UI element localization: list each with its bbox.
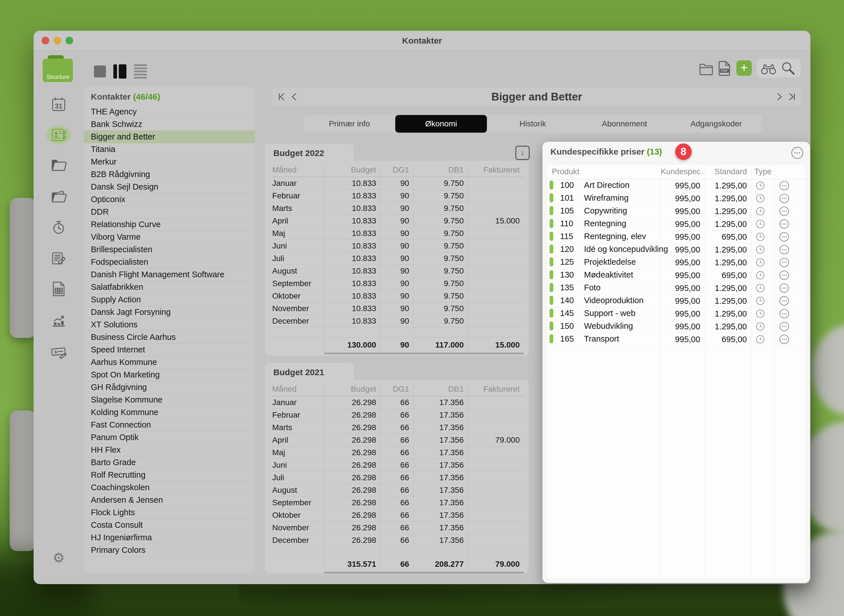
price-row[interactable]: 110Rentegning995,001.295,00 <box>547 218 806 230</box>
list-item[interactable]: Costa Consult <box>84 519 255 531</box>
tab-adgangskoder[interactable]: Adgangskoder <box>670 115 762 133</box>
price-row[interactable]: 105Copywriting995,001.295,00 <box>547 205 806 218</box>
row-menu-button[interactable] <box>778 206 790 215</box>
search-button[interactable] <box>781 61 795 75</box>
price-row[interactable]: 115Rentegning, elev995,00695,00 <box>547 230 806 243</box>
panel-menu-button[interactable] <box>790 146 804 160</box>
list-item[interactable]: Bank Schwizz <box>84 118 255 131</box>
list-item[interactable]: Danish Flight Management Software <box>84 268 255 281</box>
list-item[interactable]: Dansk Jagt Forsyning <box>84 306 255 318</box>
minimize-button[interactable] <box>54 37 61 44</box>
view-toggle-list-icon[interactable] <box>134 65 147 79</box>
row-menu-button[interactable] <box>778 219 790 228</box>
list-item[interactable]: Panum Optik <box>84 431 255 444</box>
price-row[interactable]: 135Foto995,001.295,00 <box>547 282 806 295</box>
list-item[interactable]: Dansk Sejl Design <box>84 181 255 193</box>
sidebar-item-invoicing[interactable]: $ <box>50 343 67 360</box>
settings-button[interactable]: ⚙ <box>50 549 67 566</box>
price-row[interactable]: 150Webudvikling995,001.295,00 <box>547 320 806 333</box>
download-button[interactable]: ↓ <box>515 146 530 160</box>
list-item[interactable]: Fodspecialisten <box>84 256 255 268</box>
close-button[interactable] <box>41 37 49 44</box>
price-row[interactable]: 130Mødeaktivitet995,00695,00 <box>547 269 806 282</box>
previous-record-button[interactable] <box>290 92 299 101</box>
first-record-button[interactable] <box>277 92 286 101</box>
list-item[interactable]: Spot On Marketing <box>84 369 255 381</box>
list-item[interactable]: Coachingskolen <box>84 481 255 494</box>
list-item[interactable]: Opticonix <box>84 193 255 206</box>
first-record-icon <box>277 92 286 101</box>
price-row[interactable]: 140Videoproduktion995,001.295,00 <box>547 295 806 307</box>
row-menu-button[interactable] <box>778 309 790 318</box>
row-menu-button[interactable] <box>778 334 790 343</box>
list-item[interactable]: DDR <box>84 206 255 219</box>
zoom-button[interactable] <box>66 37 73 44</box>
export-pdf-button[interactable]: PDF <box>718 60 731 76</box>
price-row[interactable]: 165Transport995,00695,00 <box>547 333 806 346</box>
kundespec-price: 995,00 <box>661 320 705 333</box>
list-item[interactable]: XT Solutions <box>84 318 255 331</box>
list-item[interactable]: Bigger and Better <box>84 131 255 143</box>
row-menu-button[interactable] <box>778 193 790 202</box>
price-row[interactable]: 101Wireframing995,001.295,00 <box>547 192 806 205</box>
price-row[interactable]: 145Support - web995,001.295,00 <box>547 307 806 320</box>
list-item[interactable]: Titania <box>84 143 255 156</box>
view-toggle-card-icon[interactable] <box>94 66 106 78</box>
sidebar-item-spreadsheets[interactable] <box>50 280 67 298</box>
last-record-button[interactable] <box>788 92 797 101</box>
row-menu-button[interactable] <box>778 232 790 241</box>
tab-økonomi[interactable]: Økonomi <box>395 115 487 133</box>
contact-card-icon <box>50 126 67 144</box>
list-item[interactable]: Fast Connection <box>84 419 255 431</box>
list-item[interactable]: Speed Internet <box>84 343 255 356</box>
view-toggle-split-icon[interactable] <box>113 65 126 79</box>
list-item[interactable]: Aarhus Kommune <box>84 356 255 369</box>
add-button[interactable]: + <box>736 60 752 76</box>
product-name: Wireframing <box>584 193 628 202</box>
list-item[interactable]: Merkur <box>84 156 255 168</box>
row-menu-button[interactable] <box>778 245 790 254</box>
sidebar-item-time[interactable] <box>50 219 67 236</box>
list-item[interactable]: Primary Colors <box>84 544 255 556</box>
list-item[interactable]: Business Circle Aarhus <box>84 331 255 343</box>
sidebar-item-notes[interactable] <box>50 250 67 267</box>
price-row[interactable]: 120Idé og koncepudvikling995,001.295,00 <box>547 243 806 256</box>
list-item[interactable]: B2B Rådgivning <box>84 168 255 181</box>
list-item[interactable]: HH Flex <box>84 444 255 456</box>
window-floor-shadow <box>239 581 695 612</box>
sidebar-item-contacts[interactable] <box>50 126 67 144</box>
sidebar-item-documents[interactable] <box>50 188 67 205</box>
list-item[interactable]: Supply Action <box>84 293 255 306</box>
price-row[interactable]: 100Art Direction995,001.295,00 <box>547 179 806 192</box>
sidebar-item-statistics[interactable] <box>50 311 67 329</box>
sidebar-item-calendar[interactable]: 31 <box>50 96 67 113</box>
row-menu-button[interactable] <box>778 257 790 267</box>
list-item[interactable]: Kolding Kommune <box>84 406 255 419</box>
list-item[interactable]: Andersen & Jensen <box>84 494 255 506</box>
row-menu-button[interactable] <box>778 296 790 305</box>
list-item[interactable]: Salatfabrikken <box>84 281 255 293</box>
list-item[interactable]: Barto Grade <box>84 456 255 469</box>
list-item[interactable]: Flock Lights <box>84 506 255 519</box>
tab-primær-info[interactable]: Primær info <box>304 115 395 133</box>
row-menu-button[interactable] <box>778 180 790 189</box>
list-item[interactable]: Slagelse Kommune <box>84 394 255 406</box>
row-menu-button[interactable] <box>778 321 790 330</box>
sidebar-item-projects[interactable] <box>50 157 67 174</box>
tab-abonnement[interactable]: Abonnement <box>578 115 670 133</box>
price-row[interactable]: 125Projektledelse995,001.295,00 <box>547 256 806 269</box>
list-item[interactable]: Viborg Varme <box>84 231 255 243</box>
list-item[interactable]: Rolf Recrutting <box>84 469 255 481</box>
next-record-button[interactable] <box>775 92 784 101</box>
row-menu-button[interactable] <box>778 270 790 279</box>
binoculars-button[interactable] <box>760 62 777 75</box>
list-item[interactable]: HJ Ingeniørfirma <box>84 531 255 544</box>
list-item[interactable]: Brillespecialisten <box>84 243 255 256</box>
row-menu-button[interactable] <box>778 283 790 292</box>
tab-historik[interactable]: Historik <box>487 115 578 133</box>
list-item[interactable]: Relationship Curve <box>84 219 255 231</box>
status-bar <box>550 206 553 215</box>
list-item[interactable]: THE Agency <box>84 106 255 118</box>
list-item[interactable]: GH Rådgivning <box>84 381 255 394</box>
folder-button[interactable] <box>699 63 713 76</box>
